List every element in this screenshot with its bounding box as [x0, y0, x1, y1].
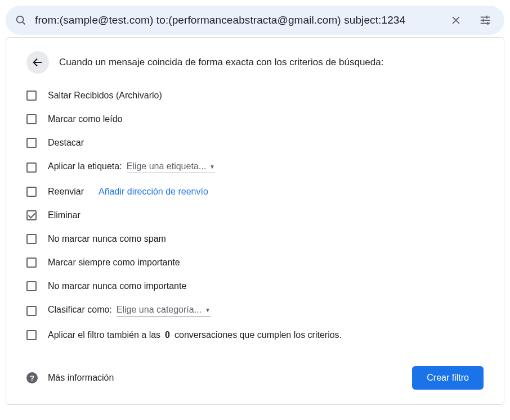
option-never-important: No marcar nunca como importante — [26, 274, 484, 298]
option-mark-read: Marcar como leído — [26, 107, 484, 131]
option-skip-inbox: Saltar Recibidos (Archivarlo) — [26, 84, 484, 107]
checkbox-always-important[interactable] — [26, 258, 37, 268]
label-categorize-text: Clasificar como: — [48, 305, 112, 315]
search-icon[interactable] — [15, 14, 27, 26]
svg-rect-5 — [481, 20, 490, 21]
svg-point-0 — [17, 16, 24, 23]
option-never-spam: No marcar nunca como spam — [26, 227, 484, 251]
more-info-link[interactable]: Más información — [48, 373, 114, 383]
dropdown-categorize-text: Elige una categoría... — [117, 305, 202, 315]
search-actions — [446, 10, 495, 30]
svg-rect-9 — [487, 22, 489, 25]
svg-rect-8 — [482, 19, 484, 22]
panel-footer: ? Más información Crear filtro — [6, 354, 504, 404]
option-always-important: Marcar siempre como importante — [26, 251, 484, 274]
option-delete: Eliminar — [26, 204, 484, 227]
help-icon[interactable]: ? — [26, 372, 38, 383]
apply-existing-suffix: conversaciones que cumplen los criterios… — [175, 330, 342, 340]
panel-header: Cuando un mensaje coincida de forma exac… — [6, 38, 504, 80]
apply-existing-count: 0 — [165, 330, 170, 340]
checkbox-never-important[interactable] — [26, 281, 37, 291]
footer-left: ? Más información — [26, 372, 114, 383]
label-delete: Eliminar — [48, 210, 80, 220]
search-input[interactable] — [35, 14, 446, 26]
label-forward: Reenviar Añadir dirección de reenvío — [48, 187, 208, 197]
clear-search-button[interactable] — [446, 10, 466, 30]
checkbox-categorize[interactable] — [26, 306, 37, 316]
dropdown-apply-label-text: Elige una etiqueta... — [127, 161, 206, 171]
option-apply-existing: Aplicar el filtro también a las 0 conver… — [26, 323, 484, 347]
dropdown-categorize[interactable]: Elige una categoría... ▼ — [117, 305, 211, 317]
checkbox-star[interactable] — [26, 138, 37, 148]
checkbox-skip-inbox[interactable] — [26, 91, 37, 101]
label-apply-label: Aplicar la etiqueta: Elige una etiqueta.… — [48, 161, 215, 173]
checkbox-never-spam[interactable] — [26, 234, 37, 244]
back-button[interactable] — [26, 51, 49, 74]
option-apply-label: Aplicar la etiqueta: Elige una etiqueta.… — [26, 155, 484, 180]
dropdown-apply-label[interactable]: Elige una etiqueta... ▼ — [127, 161, 215, 173]
checkbox-apply-existing[interactable] — [26, 330, 37, 340]
svg-rect-7 — [486, 16, 487, 19]
svg-line-1 — [23, 22, 25, 24]
label-apply-label-text: Aplicar la etiqueta: — [48, 161, 122, 171]
panel-title: Cuando un mensaje coincida de forma exac… — [59, 57, 383, 68]
search-options-button[interactable] — [475, 10, 495, 30]
options-list: Saltar Recibidos (Archivarlo) Marcar com… — [6, 80, 504, 347]
option-star: Destacar — [26, 131, 484, 155]
label-always-important: Marcar siempre como importante — [48, 258, 180, 268]
checkbox-forward[interactable] — [26, 187, 37, 197]
label-mark-read: Marcar como leído — [48, 114, 123, 124]
checkbox-delete[interactable] — [26, 210, 37, 220]
link-add-forward-address[interactable]: Añadir dirección de reenvío — [99, 187, 208, 197]
label-never-spam: No marcar nunca como spam — [48, 234, 166, 244]
chevron-down-icon: ▼ — [205, 307, 211, 313]
apply-existing-prefix: Aplicar el filtro también a las — [48, 330, 160, 340]
label-forward-text: Reenviar — [48, 187, 84, 197]
label-apply-existing: Aplicar el filtro también a las 0 conver… — [48, 330, 342, 340]
svg-rect-6 — [481, 23, 490, 24]
label-star: Destacar — [48, 138, 84, 148]
chevron-down-icon: ▼ — [209, 164, 215, 170]
checkbox-apply-label[interactable] — [26, 162, 37, 173]
checkbox-mark-read[interactable] — [26, 114, 37, 124]
option-categorize: Clasificar como: Elige una categoría... … — [26, 298, 484, 323]
option-forward: Reenviar Añadir dirección de reenvío — [26, 180, 484, 204]
search-bar — [6, 6, 504, 35]
label-skip-inbox: Saltar Recibidos (Archivarlo) — [48, 91, 162, 101]
label-never-important: No marcar nunca como importante — [48, 281, 186, 291]
filter-panel: Cuando un mensaje coincida de forma exac… — [6, 37, 504, 405]
label-categorize: Clasificar como: Elige una categoría... … — [48, 305, 211, 317]
create-filter-button[interactable]: Crear filtro — [412, 366, 484, 390]
svg-rect-4 — [481, 17, 490, 18]
